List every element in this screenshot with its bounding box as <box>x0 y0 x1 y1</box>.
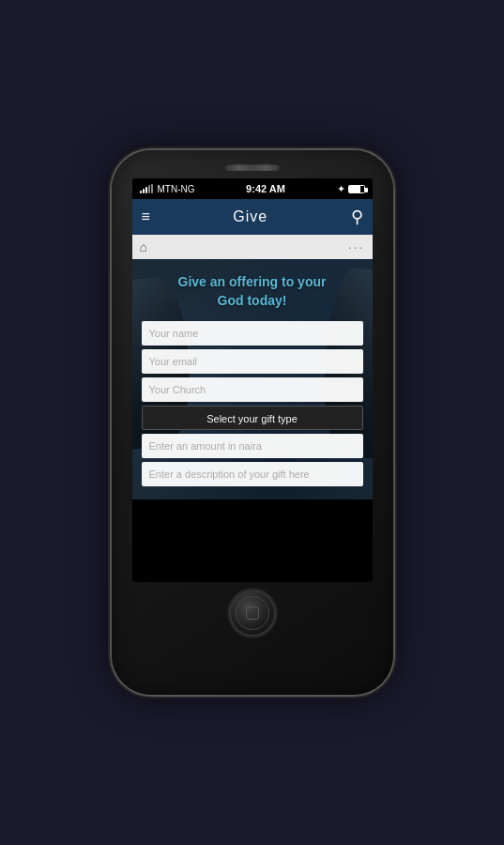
sub-nav-bar: ⌂ ··· <box>132 235 373 259</box>
signal-bars-icon <box>140 184 153 193</box>
amount-input[interactable] <box>142 434 363 458</box>
give-heading-line2: God today! <box>218 293 287 308</box>
more-dots-icon[interactable]: ··· <box>348 239 365 254</box>
signal-bar-5 <box>151 184 153 193</box>
description-input[interactable] <box>142 462 363 486</box>
phone-speaker <box>224 163 281 171</box>
bluetooth-icon: ✦ <box>337 183 345 195</box>
home-nav-icon[interactable]: ⌂ <box>140 239 147 254</box>
phone-body: MTN-NG 9:42 AM ✦ ≡ Give ⚲ ⌂ ··· <box>112 150 393 695</box>
carrier-label: MTN-NG <box>158 184 195 194</box>
home-button-ring <box>236 596 269 630</box>
signal-bar-3 <box>145 187 147 193</box>
main-content: Give an offering to your God today! Sele… <box>132 259 373 499</box>
search-icon[interactable]: ⚲ <box>351 207 363 227</box>
home-button-square-icon <box>246 607 259 620</box>
name-input[interactable] <box>142 321 363 346</box>
signal-bar-4 <box>148 185 150 193</box>
nav-title: Give <box>233 208 267 225</box>
status-time: 9:42 AM <box>246 183 285 194</box>
church-input[interactable] <box>142 377 363 402</box>
status-bar: MTN-NG 9:42 AM ✦ <box>132 178 373 199</box>
phone-screen: MTN-NG 9:42 AM ✦ ≡ Give ⚲ ⌂ ··· <box>132 178 373 582</box>
email-input[interactable] <box>142 349 363 374</box>
give-heading-line1: Give an offering to your <box>178 274 327 289</box>
battery-icon <box>348 185 365 193</box>
home-button[interactable] <box>231 592 274 635</box>
give-heading: Give an offering to your God today! <box>142 273 363 310</box>
hamburger-icon[interactable]: ≡ <box>142 208 150 225</box>
status-right: ✦ <box>337 183 365 195</box>
phone-outer: MTN-NG 9:42 AM ✦ ≡ Give ⚲ ⌂ ··· <box>0 0 504 845</box>
signal-bar-2 <box>143 189 145 193</box>
gift-type-button[interactable]: Select your gift type <box>142 406 363 430</box>
battery-fill <box>349 186 360 192</box>
status-left: MTN-NG <box>140 184 195 194</box>
nav-bar: ≡ Give ⚲ <box>132 199 373 235</box>
signal-bar-1 <box>140 191 142 193</box>
form-area: Give an offering to your God today! Sele… <box>132 259 373 499</box>
